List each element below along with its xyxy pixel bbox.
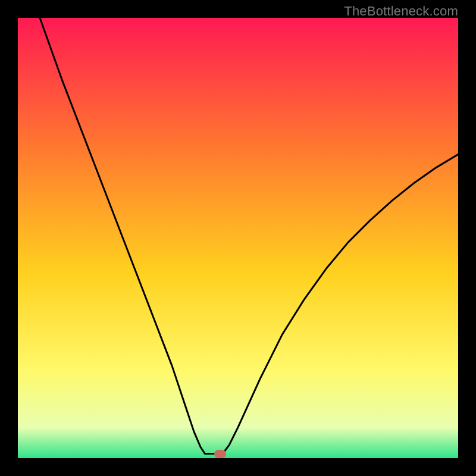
optimum-marker	[214, 450, 226, 458]
chart-container: TheBottleneck.com	[0, 0, 476, 476]
chart-svg	[18, 18, 458, 458]
watermark-text: TheBottleneck.com	[344, 4, 458, 19]
gradient-background	[18, 18, 458, 458]
plot-area	[18, 18, 458, 458]
